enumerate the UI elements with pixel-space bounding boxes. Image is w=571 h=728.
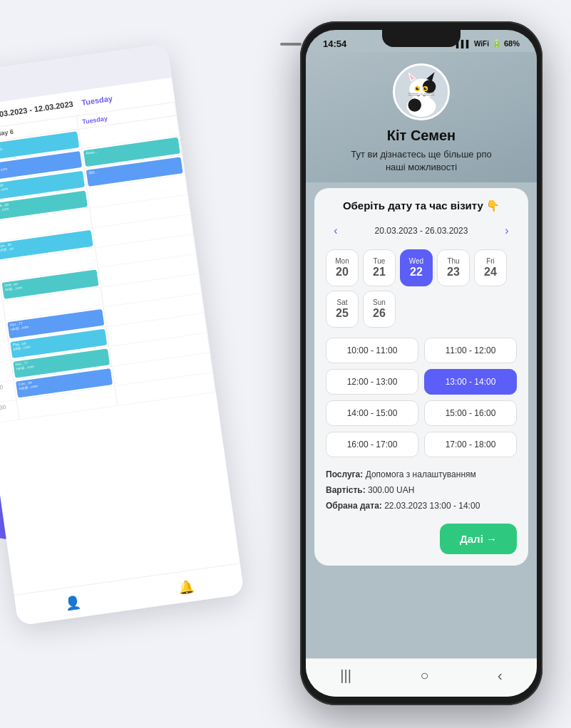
phone-frame: 14:54 ▌▌▌ WiFi 🔋 68% [300,21,542,705]
day-wed-22[interactable]: Wed 22 [400,249,433,286]
time-1500-1600[interactable]: 15:00 - 16:00 [424,400,517,426]
week-range-label: 06.03.2023 - 12.03.2023 [0,100,73,120]
day-mon-20[interactable]: Mon 20 [326,249,359,286]
booking-card: Оберіть дату та час візиту 👇 ‹ 20.03.202… [314,188,528,566]
day-tue-21[interactable]: Tue 21 [363,249,396,286]
date-line: Обрана дата: 22.03.2023 13:00 - 14:00 [326,499,517,514]
phone-notch [382,30,461,47]
phone-screen: 14:54 ▌▌▌ WiFi 🔋 68% [306,30,537,697]
time-1200-1300[interactable]: 12:00 - 13:00 [326,369,418,395]
calendar-bottom-nav: 👤 🔔 [14,563,245,625]
avatar [393,63,450,120]
next-week-btn[interactable]: › [497,221,517,241]
bg-calendar: 🔍 ‹ › 06.03.2023 - 12.03.2023 Tuesday Mo… [0,44,245,626]
profile-section: Кіт Семен Тут ви дізнаєтесь ще більше рп… [306,52,537,182]
day-sat-25[interactable]: Sat 25 [326,291,359,328]
time-1100-1200[interactable]: 11:00 - 12:00 [424,338,517,363]
time-1300-1400[interactable]: 13:00 - 14:00 [424,369,517,395]
service-label: Послуга: [326,469,366,479]
profile-description: Тут ви дізнаєтесь ще більше рпо наші мож… [350,148,493,174]
cost-line: Вартість: 300.00 UAH [326,483,517,499]
booking-title: Оберіть дату та час візиту 👇 [326,199,517,212]
recent-btn[interactable]: ‹ [498,667,503,684]
day-grid: Mon 20 Tue 21 Wed 22 Thu 23 [326,249,517,328]
wifi-icon: WiFi [474,40,489,48]
date-value: 22.03.2023 13:00 - 14:00 [384,501,480,511]
phone-bottom-nav: ||| ○ ‹ [306,658,537,697]
time-1700-1800[interactable]: 17:00 - 18:00 [424,432,517,457]
battery-icon: 🔋 68% [492,39,520,48]
cal-nav-person[interactable]: 👤 [64,594,82,612]
day-fri-24[interactable]: Fri 24 [474,249,507,286]
week-range: 20.03.2023 - 26.03.2023 [375,226,468,236]
booking-info: Послуга: Допомога з налаштуванням Вартіс… [326,467,517,514]
service-value: Допомога з налаштуванням [366,469,476,479]
phone-content[interactable]: Кіт Семен Тут ви дізнаєтесь ще більше рп… [306,52,537,658]
svg-point-13 [426,88,427,89]
profile-name: Кіт Семен [387,128,456,144]
status-icons: ▌▌▌ WiFi 🔋 68% [456,39,520,48]
cost-label: Вартість: [326,485,368,495]
date-label: Обрана дата: [326,501,384,511]
next-button[interactable]: Далі → [440,524,517,554]
day-sun-26[interactable]: Sun 26 [363,291,396,328]
back-btn[interactable]: ||| [340,667,351,684]
status-time: 14:54 [323,38,346,49]
svg-point-12 [417,88,418,89]
day-thu-23[interactable]: Thu 23 [437,249,470,286]
tuesday-label: Tuesday [81,94,113,107]
cal-nav-bell[interactable]: 🔔 [177,578,195,596]
week-nav: ‹ 20.03.2023 - 26.03.2023 › [326,221,517,241]
charging-wire [280,43,302,46]
home-btn[interactable]: ○ [420,667,428,684]
svg-point-2 [408,98,422,112]
calendar-body: 07:00 Мако...3438@...com 07:30 Анна...36… [0,116,216,425]
prev-week-btn[interactable]: ‹ [326,221,346,241]
time-1000-1100[interactable]: 10:00 - 11:00 [326,338,418,363]
service-line: Послуга: Допомога з налаштуванням [326,467,517,483]
time-1600-1700[interactable]: 16:00 - 17:00 [326,432,418,457]
time-grid: 10:00 - 11:00 11:00 - 12:00 12:00 - 13:0… [326,338,517,457]
time-1400-1500[interactable]: 14:00 - 15:00 [326,400,418,426]
cost-value: 300.00 UAH [368,485,414,495]
